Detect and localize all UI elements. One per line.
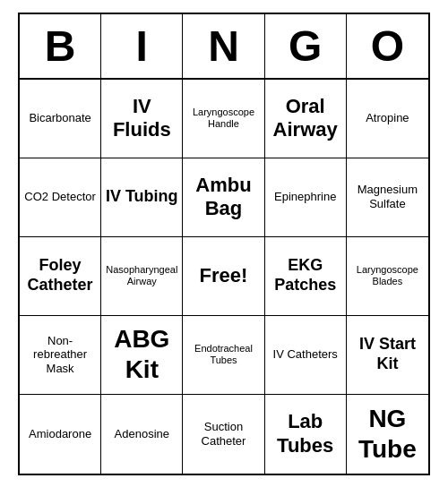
bingo-letter-o: O: [347, 14, 428, 78]
bingo-cell-21: Adenosine: [101, 395, 183, 474]
bingo-card: BINGO BicarbonateIV FluidsLaryngoscope H…: [18, 13, 430, 475]
bingo-letter-i: I: [101, 14, 183, 78]
bingo-cell-6: IV Tubing: [101, 158, 183, 237]
bingo-cell-9: Magnesium Sulfate: [347, 158, 428, 237]
bingo-cell-22: Suction Catheter: [183, 395, 264, 474]
bingo-cell-4: Atropine: [347, 80, 428, 158]
bingo-cell-2: Laryngoscope Handle: [183, 80, 264, 158]
bingo-cell-18: IV Catheters: [265, 316, 347, 395]
bingo-cell-23: Lab Tubes: [265, 395, 347, 474]
bingo-cell-24: NG Tube: [347, 395, 428, 474]
bingo-cell-13: EKG Patches: [265, 237, 347, 316]
bingo-cell-8: Epinephrine: [265, 158, 347, 237]
bingo-letter-n: N: [183, 14, 264, 78]
bingo-cell-19: IV Start Kit: [347, 316, 428, 395]
bingo-cell-0: Bicarbonate: [20, 80, 101, 158]
bingo-letter-g: G: [265, 14, 347, 78]
bingo-cell-15: Non-rebreather Mask: [20, 316, 101, 395]
bingo-cell-5: CO2 Detector: [20, 158, 101, 237]
bingo-header: BINGO: [20, 14, 428, 80]
bingo-cell-3: Oral Airway: [265, 80, 347, 158]
bingo-grid: BicarbonateIV FluidsLaryngoscope HandleO…: [20, 80, 428, 474]
bingo-cell-14: Laryngoscope Blades: [347, 237, 428, 316]
bingo-cell-11: Nasopharyngeal Airway: [101, 237, 183, 316]
bingo-cell-12: Free!: [183, 237, 264, 316]
bingo-letter-b: B: [20, 14, 101, 78]
bingo-cell-20: Amiodarone: [20, 395, 101, 474]
bingo-cell-1: IV Fluids: [101, 80, 183, 158]
bingo-cell-7: Ambu Bag: [183, 158, 264, 237]
bingo-cell-17: Endotracheal Tubes: [183, 316, 264, 395]
bingo-cell-16: ABG Kit: [101, 316, 183, 395]
bingo-cell-10: Foley Catheter: [20, 237, 101, 316]
